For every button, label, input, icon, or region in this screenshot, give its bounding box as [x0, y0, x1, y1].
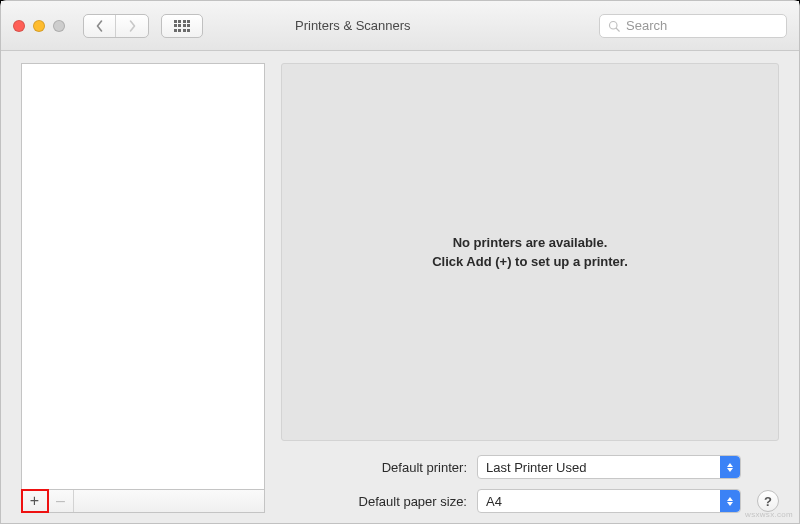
- default-printer-label: Default printer:: [281, 460, 467, 475]
- forward-button: [116, 15, 148, 37]
- svg-line-1: [616, 28, 619, 31]
- defaults-form: Default printer: Last Printer Used Defau…: [281, 441, 779, 513]
- help-button[interactable]: ?: [757, 490, 779, 512]
- search-icon: [608, 20, 620, 32]
- nav-segment: [83, 14, 149, 38]
- default-paper-row: Default paper size: A4 ?: [281, 489, 779, 513]
- grid-icon: [174, 20, 191, 32]
- chevron-left-icon: [95, 20, 104, 32]
- watermark: wsxwsx.com: [745, 510, 793, 519]
- default-printer-row: Default printer: Last Printer Used: [281, 455, 779, 479]
- default-paper-label: Default paper size:: [281, 494, 467, 509]
- search-input[interactable]: Search: [599, 14, 787, 38]
- detail-column: No printers are available. Click Add (+)…: [281, 63, 779, 513]
- add-printer-button[interactable]: +: [22, 490, 48, 512]
- empty-line-1: No printers are available.: [432, 233, 628, 253]
- page-title: Printers & Scanners: [295, 18, 411, 33]
- minimize-icon[interactable]: [33, 20, 45, 32]
- detail-panel: No printers are available. Click Add (+)…: [281, 63, 779, 441]
- show-all-button[interactable]: [161, 14, 203, 38]
- default-printer-value: Last Printer Used: [486, 460, 586, 475]
- close-icon[interactable]: [13, 20, 25, 32]
- default-paper-value: A4: [486, 494, 502, 509]
- chevron-right-icon: [128, 20, 137, 32]
- back-button[interactable]: [84, 15, 116, 37]
- list-footer: + –: [21, 489, 265, 513]
- stepper-arrows-icon: [720, 490, 740, 512]
- printers-column: + –: [21, 63, 265, 513]
- default-paper-select[interactable]: A4: [477, 489, 741, 513]
- titlebar: Printers & Scanners Search: [1, 1, 799, 51]
- default-printer-select[interactable]: Last Printer Used: [477, 455, 741, 479]
- content: + – No printers are available. Click Add…: [21, 63, 779, 513]
- stepper-arrows-icon: [720, 456, 740, 478]
- preferences-window: Printers & Scanners Search + – No printe…: [0, 0, 800, 524]
- empty-line-2: Click Add (+) to set up a printer.: [432, 252, 628, 272]
- window-controls: [13, 20, 65, 32]
- empty-state: No printers are available. Click Add (+)…: [432, 233, 628, 272]
- zoom-icon: [53, 20, 65, 32]
- search-placeholder: Search: [626, 18, 667, 33]
- printers-list[interactable]: [21, 63, 265, 489]
- remove-printer-button: –: [48, 490, 74, 512]
